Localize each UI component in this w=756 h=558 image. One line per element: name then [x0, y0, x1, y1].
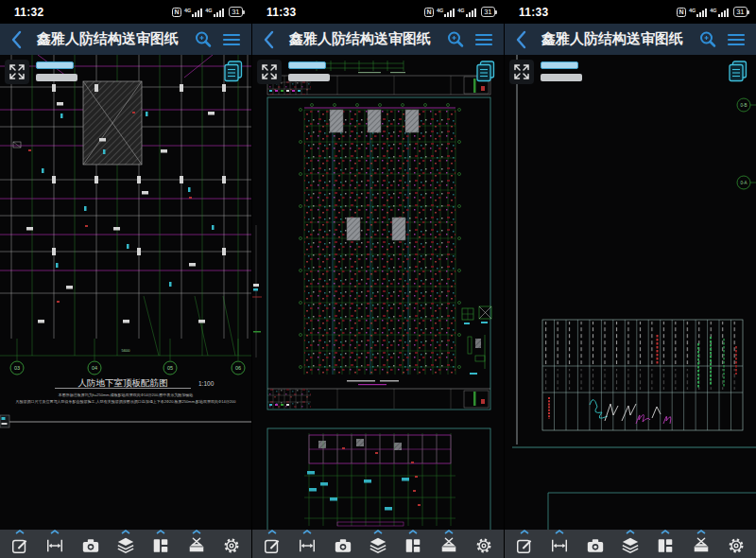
page-title: 鑫雅人防结构送审图纸	[534, 30, 691, 48]
three-screenshot-strip: 11:32 N 4G 4G 31 鑫雅人防结构送审图纸	[0, 0, 756, 558]
caret-up-icon	[15, 530, 25, 534]
layers-icon	[369, 536, 387, 555]
bottom-toolbar	[252, 530, 504, 558]
caret-up-icon	[302, 530, 312, 534]
expand-arrows-icon	[513, 63, 530, 80]
status-icons: N 4G 4G 31	[424, 7, 495, 17]
toolbox-tool-button[interactable]	[184, 530, 209, 555]
toolbox-icon	[439, 536, 458, 555]
menu-button[interactable]	[220, 28, 243, 51]
view-progress-bar-blue[interactable]	[541, 61, 578, 69]
sheet-note-1: 本图所标注板厚均为h=250mm,楼板配筋双层双向Φ14@200,图中表示为附加…	[58, 392, 194, 398]
settings-tool-button[interactable]	[724, 530, 748, 555]
menu-button[interactable]	[725, 28, 747, 51]
bottom-toolbar	[505, 530, 756, 558]
layers-tool-button[interactable]	[113, 530, 138, 555]
layout-tool-button[interactable]	[401, 530, 425, 555]
battery-icon: 31	[481, 7, 495, 17]
toolbox-tool-button[interactable]	[437, 530, 461, 555]
stacked-sheets-icon	[474, 60, 497, 84]
toolbox-tool-button[interactable]	[689, 530, 713, 555]
cad-drawing-title-block: 0-B 0-A	[505, 55, 756, 530]
caret-up-icon	[50, 530, 60, 534]
zoom-search-button[interactable]	[444, 28, 467, 51]
view-progress-bar-blue[interactable]	[36, 61, 74, 69]
measure-tool-button[interactable]	[43, 530, 67, 555]
measure-tool-button[interactable]	[547, 530, 572, 555]
camera-tool-button[interactable]	[331, 530, 355, 555]
view-progress-bar-gray[interactable]	[541, 74, 582, 81]
caret-up-icon	[626, 530, 635, 534]
toolbox-icon	[187, 536, 206, 555]
fullscreen-button[interactable]	[5, 60, 29, 84]
layout-blocks-icon	[404, 536, 422, 555]
sheet-list-button[interactable]	[473, 59, 498, 85]
caret-up-icon	[192, 530, 201, 534]
signal-icon-2: 4G	[710, 8, 728, 17]
back-button[interactable]	[513, 28, 528, 51]
toolbox-icon	[692, 536, 711, 555]
nfc-icon: N	[172, 8, 181, 17]
cad-drawing-slab-plan: 03 04 05 06 5600 人防地下室顶板配筋图 1:100 本图所标注板…	[0, 55, 251, 530]
drawing-canvas-1[interactable]: 03 04 05 06 5600 人防地下室顶板配筋图 1:100 本图所标注板…	[0, 55, 251, 530]
measure-icon	[298, 536, 317, 555]
status-bar: 11:33 N 4G 4G 31	[505, 0, 756, 24]
zoom-search-button[interactable]	[192, 28, 215, 51]
camera-icon	[81, 536, 100, 555]
battery-icon: 31	[229, 7, 243, 17]
magnifier-icon	[445, 29, 466, 50]
phone-screen-3: 11:33 N 4G 4G 31 鑫雅人防结构送审图纸	[504, 0, 756, 558]
app-title-bar: 鑫雅人防结构送审图纸	[0, 24, 251, 55]
view-progress-bar-gray[interactable]	[288, 74, 330, 81]
camera-tool-button[interactable]	[583, 530, 608, 555]
fullscreen-button[interactable]	[257, 60, 282, 84]
sheet-scale: 1:100	[198, 380, 215, 387]
edit-tool-button[interactable]	[8, 530, 32, 555]
grid-bubble-label: 06	[235, 365, 241, 371]
fullscreen-button[interactable]	[509, 60, 534, 84]
view-progress-bar-blue[interactable]	[288, 61, 326, 69]
sheet-note-2: 凡预留洞口尺寸及位置与人防设备配合预留施工,人防有关预留洞按图示洞口边加强上下各…	[16, 399, 237, 405]
layers-tool-button[interactable]	[618, 530, 643, 555]
zoom-search-button[interactable]	[696, 28, 719, 51]
caret-up-icon	[444, 530, 454, 534]
status-bar: 11:32 N 4G 4G 31	[0, 0, 251, 24]
caret-up-icon	[696, 530, 706, 534]
layout-tool-button[interactable]	[653, 530, 678, 555]
sheet-list-button[interactable]	[221, 59, 246, 85]
battery-icon: 31	[733, 7, 747, 17]
measure-tool-button[interactable]	[295, 530, 319, 555]
pencil-square-icon	[515, 536, 534, 555]
caret-up-icon	[373, 530, 383, 534]
layout-tool-button[interactable]	[148, 530, 173, 555]
status-time: 11:32	[14, 6, 44, 19]
back-button[interactable]	[261, 28, 276, 51]
view-progress-bar-gray[interactable]	[36, 74, 77, 81]
menu-button[interactable]	[472, 28, 495, 51]
grid-bubble-label: 04	[92, 365, 97, 371]
drawing-canvas-3[interactable]: 0-B 0-A	[505, 55, 756, 530]
layout-blocks-icon	[656, 536, 675, 555]
caret-up-icon	[520, 530, 529, 534]
measure-icon	[550, 536, 569, 555]
sheet-list-button[interactable]	[726, 59, 750, 85]
page-title: 鑫雅人防结构送审图纸	[29, 30, 186, 48]
back-button[interactable]	[9, 28, 24, 51]
signal-icon: 4G	[437, 8, 455, 17]
status-bar: 11:33 N 4G 4G 31	[252, 0, 504, 24]
settings-tool-button[interactable]	[219, 530, 244, 555]
magnifier-icon	[193, 29, 214, 50]
app-title-bar: 鑫雅人防结构送审图纸	[505, 24, 756, 55]
settings-tool-button[interactable]	[472, 530, 496, 555]
drawing-canvas-2[interactable]	[252, 55, 504, 530]
edit-tool-button[interactable]	[260, 530, 284, 555]
camera-tool-button[interactable]	[78, 530, 103, 555]
grid-bubble-label: 05	[167, 365, 173, 371]
hamburger-icon	[727, 32, 746, 47]
back-chevron-icon	[515, 30, 526, 49]
caret-up-icon	[555, 530, 564, 534]
edit-tool-button[interactable]	[512, 530, 537, 555]
pencil-square-icon	[263, 536, 282, 555]
stacked-sheets-icon	[727, 60, 749, 84]
layers-tool-button[interactable]	[366, 530, 390, 555]
